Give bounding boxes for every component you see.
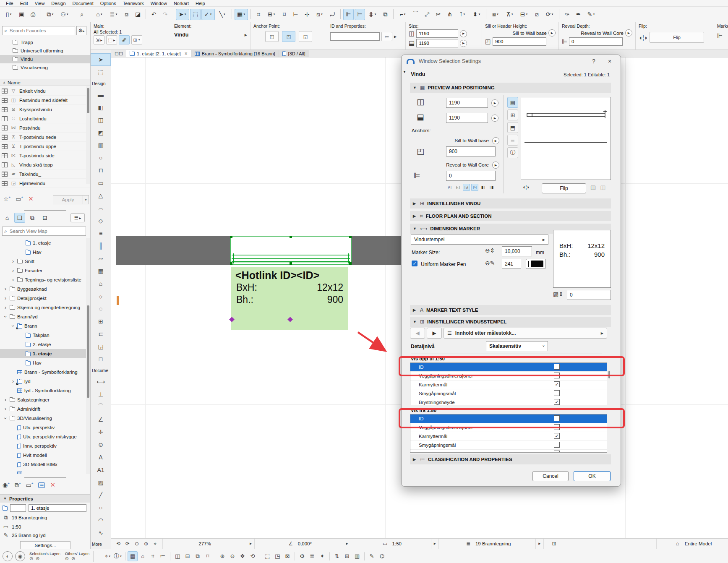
orientation-right-icon[interactable]: ◫ xyxy=(600,184,605,190)
previous-page-button[interactable]: ◀ xyxy=(410,328,425,339)
menu-item[interactable]: Window xyxy=(147,1,170,6)
orientation-left-icon[interactable]: ◫ xyxy=(590,184,595,190)
delete-view-icon[interactable]: ✕ xyxy=(50,481,55,489)
view-id-input[interactable] xyxy=(10,504,26,512)
slab-tool[interactable]: ▭ xyxy=(91,177,111,189)
viewmap-scrollbar[interactable] xyxy=(86,238,90,474)
favorite-window-item[interactable]: ⊼ T-postvindu nede xyxy=(0,133,90,142)
view-map-item[interactable]: › Tegnings- og revisjonsliste xyxy=(0,275,90,284)
view-settings-button[interactable]: Settings... xyxy=(20,541,70,549)
favorite-window-item[interactable]: ▽ Enkelt vindu xyxy=(0,86,90,96)
layer-combination-cell[interactable]: ≣ 19 Branntegning xyxy=(438,539,535,549)
favorite-window-item[interactable]: ⋉ T-postvindu side xyxy=(0,151,90,160)
stamp-content-row[interactable]: Smygåpningsmål xyxy=(410,389,607,398)
sill-anchor-mode[interactable]: Sill to Wall base xyxy=(418,138,489,143)
rotate-left-icon[interactable]: ⟲ xyxy=(114,540,123,547)
marker-size-field[interactable]: 10,000 xyxy=(502,246,532,256)
cancel-button[interactable]: Cancel xyxy=(532,471,569,481)
partial-structure-icon[interactable]: ◳▼ xyxy=(272,551,282,561)
view-map-icon[interactable]: ❏ xyxy=(14,213,25,223)
expand-chevron-icon[interactable]: › xyxy=(3,295,8,301)
snap-grid-icon[interactable]: ▦▼ xyxy=(235,9,248,20)
element-flyout-icon[interactable]: ▶ xyxy=(245,33,247,37)
viewmap-search-input[interactable] xyxy=(9,228,84,234)
panel-tool[interactable]: □ xyxy=(91,353,111,365)
flip-button[interactable]: Flip xyxy=(650,32,704,43)
hotspot-tool[interactable]: ⊙ xyxy=(91,438,111,451)
anchor-position-button[interactable]: ◳ xyxy=(471,184,478,191)
marker-range-icon[interactable]: ⌑▼ xyxy=(203,551,213,561)
menu-item[interactable]: Help xyxy=(192,1,209,6)
level-dimension-tool[interactable]: ⊥ xyxy=(91,388,111,401)
drawing-icon[interactable]: ⧄▼ xyxy=(532,9,542,20)
width-flyout-button[interactable]: ▶ xyxy=(491,99,498,107)
arrow-tool-icon[interactable]: ➤▼ xyxy=(176,9,189,20)
view-map-item[interactable]: › Brann/lyd xyxy=(0,312,90,321)
separator[interactable]: ▼ xyxy=(41,9,41,19)
add-favorite-icon[interactable]: ☆+ xyxy=(3,195,10,202)
menu-item[interactable]: Design xyxy=(48,1,69,6)
apply-dropdown[interactable]: ▼ xyxy=(83,195,89,204)
anchor-center-button[interactable]: ◳ xyxy=(282,31,295,42)
view-map-item[interactable]: › 2. etasje xyxy=(0,340,90,349)
find-select-icon[interactable]: ⌕▼ xyxy=(77,9,87,20)
curtain-wall-tool[interactable]: ▥ xyxy=(91,139,111,151)
teamwork-user-icon[interactable]: ⚇▼ xyxy=(58,9,71,20)
sill-height-input[interactable] xyxy=(493,37,546,46)
zone-tool[interactable]: ▱ xyxy=(91,252,111,265)
toolbox-tool[interactable]: Design xyxy=(91,78,111,89)
view-map-item[interactable]: › Hav xyxy=(0,248,90,257)
width-flyout-button[interactable]: ▶ xyxy=(460,30,467,37)
zoom-out-icon[interactable]: ⊖ xyxy=(132,540,141,547)
quick-options-icon[interactable]: ◉ xyxy=(15,551,25,561)
radial-dimension-tool[interactable]: ⌒ xyxy=(91,401,111,413)
help-icon[interactable]: ? xyxy=(588,58,600,65)
separator[interactable]: ▼ xyxy=(486,9,486,19)
view-map-item[interactable]: › Admin/drift xyxy=(0,404,90,414)
favorites-settings-button[interactable]: ⚙▶ xyxy=(76,26,86,35)
layout-icon[interactable]: ⊟▼ xyxy=(517,9,531,20)
cutaway-icon[interactable]: ⊠▼ xyxy=(282,551,292,561)
door-tool[interactable]: ◧ xyxy=(91,101,111,114)
hatch-display-icon[interactable]: ▥▼ xyxy=(352,551,362,561)
separator[interactable]: ▼ xyxy=(90,9,90,19)
favorites-folder[interactable]: Visualisering xyxy=(0,63,90,72)
reveal-value-field[interactable]: 0 xyxy=(446,171,496,181)
separator[interactable]: ▼ xyxy=(260,552,260,560)
element-id-input[interactable] xyxy=(330,32,380,41)
view-map-item[interactable]: › 3D-Modell BIMx xyxy=(0,460,90,469)
sill-value-field[interactable]: 900 xyxy=(446,146,496,156)
delete-favorite-icon[interactable]: ✕ xyxy=(28,195,34,203)
grid-preview-icon[interactable]: ⊞ xyxy=(507,109,518,120)
orientation-flyout-icon[interactable]: ▶ xyxy=(343,539,350,549)
sill-anchor-mode[interactable]: Sill to Wall base xyxy=(513,31,547,36)
window-section-preview[interactable] xyxy=(521,97,611,180)
fill-tool[interactable]: ▨ xyxy=(91,476,111,489)
panel-splitter[interactable] xyxy=(24,210,66,211)
favorite-window-item[interactable]: ⋈ Postvindu xyxy=(0,123,90,133)
checkbox[interactable] xyxy=(554,442,560,448)
toolbox-tool[interactable]: More xyxy=(91,539,111,549)
zoom-flyout-icon[interactable]: ▶ xyxy=(247,539,254,549)
section-classification-properties[interactable]: ▶≔ CLASSIFICATION AND PROPERTIES xyxy=(410,454,611,464)
scale-cell[interactable]: ▭ 1:50 xyxy=(351,539,431,549)
menu-item[interactable]: Options xyxy=(97,1,120,6)
anchor-position-button[interactable]: ◧ xyxy=(480,184,487,191)
favorites-scrollbar[interactable] xyxy=(86,86,90,184)
favorite-window-item[interactable]: ⊻ T-postvindu oppe xyxy=(0,142,90,151)
favorite-window-item[interactable]: ◫ Fastvindu med sidefelt xyxy=(0,96,90,105)
menu-item[interactable]: File xyxy=(3,1,17,6)
roof-tool[interactable]: △ xyxy=(91,189,111,202)
line-tool[interactable]: ╱ xyxy=(91,489,111,501)
favorites-folder[interactable]: Vindu xyxy=(0,55,90,63)
checkbox[interactable] xyxy=(554,390,560,396)
edit-pen-icon[interactable]: ✎▼ xyxy=(584,9,598,20)
tab-brann-symbolforklaring[interactable]: Brann - Symbolforklaring [16 Brann] × xyxy=(191,50,279,57)
arrow-tool[interactable]: ➤ xyxy=(91,53,111,66)
tracker-icon[interactable]: ⌖▼ xyxy=(103,551,113,561)
mesh-tool[interactable]: ▦ xyxy=(91,265,111,277)
corner-window-tool[interactable]: ◲ xyxy=(91,340,111,353)
expand-chevron-icon[interactable]: › xyxy=(11,378,15,384)
view-settings-icon[interactable]: ≔ xyxy=(38,482,45,488)
pickup-parameters-icon[interactable]: ✑▼ xyxy=(562,9,572,20)
